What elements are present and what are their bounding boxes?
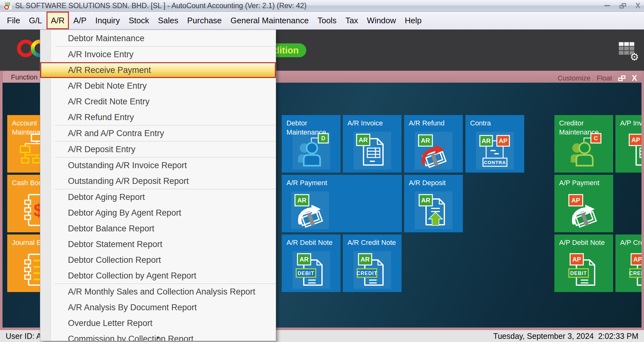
doc-note-icon: AR CREDIT xyxy=(353,251,391,289)
doc-deposit-icon: AR xyxy=(415,191,452,229)
menu-item-a-r-deposit-entry[interactable]: A/R Deposit Entry xyxy=(40,141,276,157)
doc-note-icon: AP CREDIT xyxy=(626,251,642,289)
menu-bar: FileG/LA/RA/PInquiryStockSalesPurchaseGe… xyxy=(0,12,644,30)
svg-text:AR: AR xyxy=(297,197,307,204)
svg-text:AP: AP xyxy=(571,197,580,204)
tile-label: A/P Credit Note xyxy=(615,234,641,251)
svg-text:DEBIT: DEBIT xyxy=(570,271,587,276)
svg-text:AR: AR xyxy=(481,137,491,144)
svg-text:AR: AR xyxy=(421,197,430,204)
tile-ar-payment[interactable]: A/R PaymentAR xyxy=(282,175,402,232)
menu-item-debtor-statement-report[interactable]: Debtor Statement Report xyxy=(40,236,276,252)
menu-item-debtor-aging-by-agent-report[interactable]: Debtor Aging By Agent Report xyxy=(40,205,276,221)
tile-label: Contra xyxy=(465,115,524,132)
datetime-label: Tuesday, September 3, 2024 2:02:33 PM xyxy=(493,332,638,341)
menu-sales[interactable]: Sales xyxy=(153,12,183,29)
svg-text:CONTRA: CONTRA xyxy=(484,160,506,165)
money-arrow-icon: AP xyxy=(565,191,603,229)
application-window: SL SOFTWARE SOLUTIONS SDN. BHD. [SL ] - … xyxy=(0,0,644,342)
money-arrow-icon: AR xyxy=(291,191,329,229)
tile-label: A/P Invoice xyxy=(615,115,641,132)
menu-item-a-r-refund-entry[interactable]: A/R Refund Entry xyxy=(40,109,276,125)
svg-text:AP: AP xyxy=(631,136,640,143)
function-tab[interactable]: Function xyxy=(3,72,45,83)
tile-ap-payment[interactable]: A/P PaymentAP xyxy=(554,175,613,232)
tile-label: A/P Debit Note xyxy=(554,234,613,251)
menu-window[interactable]: Window xyxy=(363,12,400,29)
window-title: SL SOFTWARE SOLUTIONS SDN. BHD. [SL ] - … xyxy=(15,2,307,10)
menu-a-p[interactable]: A/P xyxy=(69,12,91,29)
menu-item-outstanding-a-r-invoice-report[interactable]: Outstanding A/R Invoice Report xyxy=(40,157,276,173)
tile-ar-credit-note[interactable]: A/R Credit Note AR CREDIT xyxy=(343,234,402,292)
menu-scroll-down-icon[interactable]: ▼ xyxy=(156,335,160,340)
menu-general-maintenance[interactable]: General Maintenance xyxy=(226,12,313,29)
minimize-icon[interactable] xyxy=(604,5,610,6)
tile-contra[interactable]: ContraARAP CONTRA xyxy=(465,115,524,173)
svg-text:AP: AP xyxy=(499,137,508,144)
tile-ap-credit-note[interactable]: A/P Credit Note AP CREDIT xyxy=(615,234,641,292)
close-icon[interactable]: X xyxy=(636,2,640,9)
tile-ar-deposit[interactable]: A/R Deposit AR xyxy=(404,175,463,232)
svg-text:AR: AR xyxy=(299,256,308,263)
menu-item-a-r-debit-note-entry[interactable]: A/R Debit Note Entry xyxy=(40,78,276,94)
svg-text:DEBIT: DEBIT xyxy=(297,271,314,276)
menu-item-outstanding-a-r-deposit-report[interactable]: Outstanding A/R Deposit Report xyxy=(40,173,276,189)
tile-label: A/R Refund xyxy=(404,115,463,132)
tile-label: A/R Invoice xyxy=(343,115,402,132)
tile-ap-invoice[interactable]: A/P Invoice AP xyxy=(615,115,641,173)
menu-item-a-r-invoice-entry[interactable]: A/R Invoice Entry xyxy=(40,47,276,62)
menu-g-l[interactable]: G/L xyxy=(25,12,47,29)
customize-button[interactable]: Customize xyxy=(558,74,590,82)
panel-close-icon[interactable]: X xyxy=(632,74,637,83)
people-icon: C xyxy=(565,132,603,169)
menu-help[interactable]: Help xyxy=(400,12,426,29)
invoice-doc-icon: AR xyxy=(353,132,391,169)
svg-text:AR: AR xyxy=(421,137,430,144)
tile-label: A/R Deposit xyxy=(404,175,463,191)
menu-item-a-r-credit-note-entry[interactable]: A/R Credit Note Entry xyxy=(40,94,276,109)
menu-tools[interactable]: Tools xyxy=(313,12,341,29)
menu-item-a-r-and-a-p-contra-entry[interactable]: A/R and A/P Contra Entry xyxy=(40,125,276,141)
menu-item-debtor-aging-report[interactable]: Debtor Aging Report xyxy=(40,189,276,205)
menu-inquiry[interactable]: Inquiry xyxy=(91,12,124,29)
tile-ar-debit-note[interactable]: A/R Debit Note AR DEBIT xyxy=(282,234,341,292)
menu-tax[interactable]: Tax xyxy=(341,12,362,29)
menu-stock[interactable]: Stock xyxy=(124,12,153,29)
menu-item-debtor-collection-report[interactable]: Debtor Collection Report xyxy=(40,252,276,268)
menu-purchase[interactable]: Purchase xyxy=(183,12,226,29)
menu-item-a-r-receive-payment[interactable]: A/R Receive Payment xyxy=(40,62,276,78)
svg-text:CREDIT: CREDIT xyxy=(629,271,641,276)
tile-creditor-maintenance[interactable]: Creditor Maintenance C xyxy=(554,115,613,173)
tile-label: A/R Payment xyxy=(282,175,402,191)
menu-file[interactable]: File xyxy=(3,12,25,29)
svg-text:AR: AR xyxy=(358,136,368,143)
svg-text:C: C xyxy=(594,135,598,141)
invoice-doc-icon: AP xyxy=(626,132,642,169)
svg-text:D: D xyxy=(321,135,325,141)
doc-note-icon: AR DEBIT xyxy=(292,251,330,289)
title-bar: SL SOFTWARE SOLUTIONS SDN. BHD. [SL ] - … xyxy=(0,0,644,12)
tile-ar-refund[interactable]: A/R RefundAR xyxy=(404,115,463,173)
tile-ar-invoice[interactable]: A/R Invoice AR xyxy=(343,115,402,173)
people-icon: D xyxy=(292,132,330,169)
menu-item-debtor-balance-report[interactable]: Debtor Balance Report xyxy=(40,221,276,236)
tile-label: A/R Credit Note xyxy=(343,234,402,251)
money-arrow-icon: AR xyxy=(415,132,452,169)
ar-dropdown-menu: Debtor MaintenanceA/R Invoice EntryA/R R… xyxy=(40,30,276,341)
gear-icon: ⚙ xyxy=(630,51,639,63)
float-button[interactable]: Float xyxy=(597,74,612,82)
menu-item-overdue-letter-report[interactable]: Overdue Letter Report xyxy=(40,315,276,331)
svg-text:AP: AP xyxy=(572,256,581,263)
menu-item-a-r-analysis-by-document-report[interactable]: A/R Analysis By Document Report xyxy=(40,300,276,315)
float-panel-icon[interactable] xyxy=(618,75,625,81)
tile-ap-debit-note[interactable]: A/P Debit Note AP DEBIT xyxy=(554,234,613,292)
doc-note-icon: AP DEBIT xyxy=(565,251,603,289)
menu-item-debtor-maintenance[interactable]: Debtor Maintenance xyxy=(40,30,276,46)
tile-label: A/P Payment xyxy=(554,175,613,191)
menu-item-a-r-monthly-sales-and-collection-analysis-report[interactable]: A/R Monthly Sales and Collection Analysi… xyxy=(40,284,276,300)
menu-item-debtor-collection-by-agent-report[interactable]: Debtor Collection by Agent Report xyxy=(40,268,276,284)
tile-debtor-maintenance[interactable]: Debtor Maintenance D xyxy=(282,115,341,173)
menu-a-r[interactable]: A/R xyxy=(47,12,69,29)
table-settings-icon[interactable]: ⚙ xyxy=(619,42,638,60)
restore-icon[interactable] xyxy=(619,3,626,8)
